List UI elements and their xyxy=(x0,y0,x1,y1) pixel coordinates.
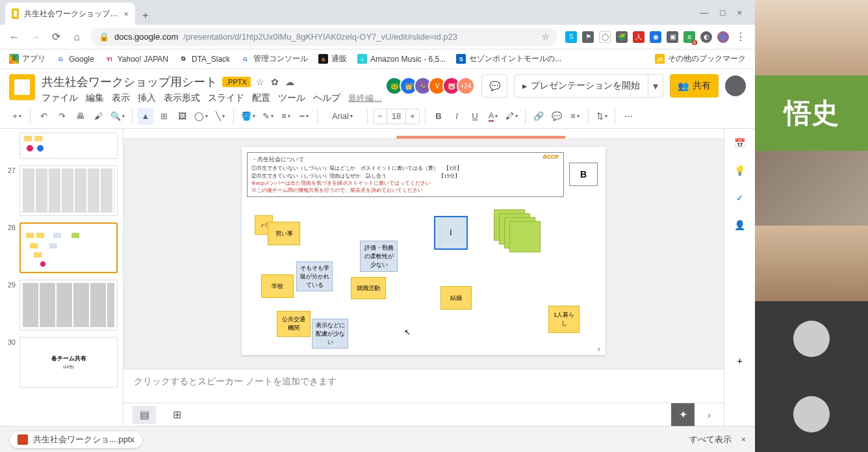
nav-home-icon[interactable]: ⌂ xyxy=(70,31,83,43)
tasks-icon[interactable]: ✓ xyxy=(734,191,747,204)
shape-button[interactable]: ◯ xyxy=(192,108,210,125)
flag-ext-icon[interactable]: ⚑ xyxy=(582,31,594,43)
note-i-selected[interactable]: I xyxy=(434,216,468,250)
video-tile-1[interactable] xyxy=(755,0,868,75)
menu-format[interactable]: 表示形式 xyxy=(164,92,200,104)
menu-view[interactable]: 表示 xyxy=(112,92,130,104)
pdf-ext-icon[interactable]: 人 xyxy=(633,31,645,43)
cloud-icon[interactable]: ☁ xyxy=(285,77,294,87)
explore-button[interactable]: ✦ xyxy=(671,403,695,427)
bm-yahoo[interactable]: Y!Yahoo! JAPAN xyxy=(105,54,168,64)
share-button[interactable]: 👥 共有 xyxy=(670,74,719,98)
close-tab-icon[interactable]: × xyxy=(123,9,129,19)
italic-button[interactable]: I xyxy=(449,108,465,125)
font-size-increase[interactable]: + xyxy=(406,108,419,125)
bm-google[interactable]: GGoogle xyxy=(56,54,94,64)
browser-tab[interactable]: 共生社会ワークショップ用シート.pptx × xyxy=(5,3,135,25)
nav-reload-icon[interactable]: ⟳ xyxy=(49,31,62,43)
profile-ext-icon[interactable] xyxy=(717,31,729,43)
line-button[interactable]: ╲ xyxy=(212,108,228,125)
collaborator-avatars[interactable]: 🐸 👑 🐐 V 🐷 +24 xyxy=(389,77,475,95)
group-label[interactable]: B xyxy=(569,163,598,186)
image-button[interactable]: 🖼 xyxy=(174,108,190,125)
note-somosomo[interactable]: そもそも学級が分かれている xyxy=(296,261,333,291)
align-button[interactable]: ≡ xyxy=(567,108,583,125)
bm-apps[interactable]: ⠿アプリ xyxy=(9,53,45,64)
line-spacing-button[interactable]: ⇅ xyxy=(594,108,609,125)
window-maximize-icon[interactable]: □ xyxy=(721,8,726,18)
star-icon[interactable]: ☆ xyxy=(256,77,264,87)
blue-ext-icon[interactable]: ◉ xyxy=(650,31,661,43)
slide-thumb-27[interactable] xyxy=(19,165,118,216)
record-ext-icon[interactable]: ◯ xyxy=(599,31,611,43)
menu-arrange[interactable]: 配置 xyxy=(252,92,270,104)
doc-title[interactable]: 共生社会ワークショップ用シート xyxy=(42,74,217,90)
note-shushoku[interactable]: 就職活動 xyxy=(351,277,386,299)
bm-sezon[interactable]: Sセゾンポイントモールの... xyxy=(456,53,561,64)
url-input[interactable]: 🔒 docs.google.com/presentation/d/1htp2Ux… xyxy=(91,28,557,46)
skype-ext-icon[interactable]: S xyxy=(565,31,577,43)
show-all-downloads[interactable]: すべて表示 xyxy=(689,434,732,445)
slide-thumb-30[interactable]: 各チーム共有(11分) xyxy=(19,337,118,388)
menu-tools[interactable]: ツール xyxy=(278,92,305,104)
undo-button[interactable]: ↶ xyxy=(36,108,51,125)
slide-thumb[interactable] xyxy=(19,133,118,159)
bm-admin[interactable]: G管理コンソール xyxy=(240,53,308,64)
grid-view-button[interactable]: ⊞ xyxy=(165,406,188,424)
filmstrip-view-button[interactable]: ▤ xyxy=(133,406,156,424)
paint-format-button[interactable]: 🖌 xyxy=(90,108,106,125)
print-button[interactable]: 🖶 xyxy=(72,108,88,125)
slide[interactable]: ・共生社会について ①共生できていない（しづらい）場はどこか ポストイットに書い… xyxy=(242,147,606,355)
slides-logo-icon[interactable] xyxy=(9,74,35,100)
slide-filmstrip[interactable]: 27 28 29 30各チーム共有(11分) xyxy=(0,129,123,426)
last-edit-link[interactable]: 最終編… xyxy=(348,92,382,104)
menu-insert[interactable]: 挿入 xyxy=(138,92,156,104)
slide-thumb-29[interactable] xyxy=(19,280,118,330)
hide-panel-button[interactable]: › xyxy=(704,410,715,420)
note-kekkon[interactable]: 結婚 xyxy=(440,286,472,310)
video-tile-6[interactable] xyxy=(755,377,868,452)
note-hyoka[interactable]: 評価・勤務の柔軟性が少ない xyxy=(360,241,398,272)
present-button[interactable]: ▸ プレゼンテーションを開始 xyxy=(514,74,648,98)
more-tools-button[interactable]: ⋯ xyxy=(620,108,636,125)
calendar-icon[interactable]: 📅 xyxy=(734,137,747,150)
bm-amazonmusic[interactable]: ♪Amazon Music - 6,5... xyxy=(357,54,446,64)
present-dropdown-button[interactable]: ▾ xyxy=(648,74,663,98)
menu-file[interactable]: ファイル xyxy=(42,92,78,104)
font-select[interactable]: Arial xyxy=(323,108,362,125)
slide-thumb-28[interactable] xyxy=(19,222,118,273)
bm-slack[interactable]: ⧉DTA_Slack xyxy=(179,54,230,64)
canvas[interactable]: ・共生社会について ①共生できていない（しづらい）場はどこか ポストイットに書い… xyxy=(123,139,724,369)
font-size-decrease[interactable]: − xyxy=(374,108,387,125)
puzzle-ext-icon[interactable]: 🧩 xyxy=(616,31,628,43)
insert-link-button[interactable]: 🔗 xyxy=(531,108,546,125)
window-close-icon[interactable]: × xyxy=(737,8,742,18)
new-tab-button[interactable]: + xyxy=(136,7,155,25)
underline-button[interactable]: U xyxy=(467,108,483,125)
dark-ext-icon[interactable]: ◐ xyxy=(700,31,712,43)
video-tile-name[interactable]: 悟史 xyxy=(755,75,868,151)
menu-help[interactable]: ヘルプ xyxy=(313,92,340,104)
note-green-4[interactable] xyxy=(509,221,541,252)
window-minimize-icon[interactable]: — xyxy=(700,8,709,18)
textbox-button[interactable]: ⊞ xyxy=(156,108,172,125)
comment-history-button[interactable]: 💬 xyxy=(481,74,507,98)
insert-comment-button[interactable]: 💬 xyxy=(549,108,565,125)
note-gakko[interactable]: 学校 xyxy=(261,274,294,298)
slide-textbox[interactable]: ・共生社会について ①共生できていない（しづらい）場はどこか ポストイットに書い… xyxy=(247,152,564,197)
note-hyoji[interactable]: 表示などに配慮が少ない xyxy=(312,319,348,349)
note-naraigoto[interactable]: 習い事 xyxy=(268,222,300,245)
menu-slide[interactable]: スライド xyxy=(208,92,244,104)
bold-button[interactable]: B xyxy=(431,108,446,125)
menu-edit[interactable]: 編集 xyxy=(86,92,104,104)
new-slide-button[interactable]: + xyxy=(9,108,25,125)
speaker-notes-input[interactable]: クリックするとスピーカー ノートを追加できます xyxy=(123,369,724,403)
nav-back-icon[interactable]: ← xyxy=(8,31,21,43)
browser-menu-icon[interactable]: ⋮ xyxy=(734,31,747,43)
bm-other[interactable]: 📁その他のブックマーク xyxy=(655,53,746,64)
add-addon-icon[interactable]: + xyxy=(734,354,747,367)
contacts-icon[interactable]: 👤 xyxy=(734,219,747,232)
highlight-button[interactable]: 🖍 xyxy=(504,108,520,125)
grey-ext-icon[interactable]: ▣ xyxy=(667,31,678,43)
select-tool-button[interactable]: ▲ xyxy=(138,108,153,125)
